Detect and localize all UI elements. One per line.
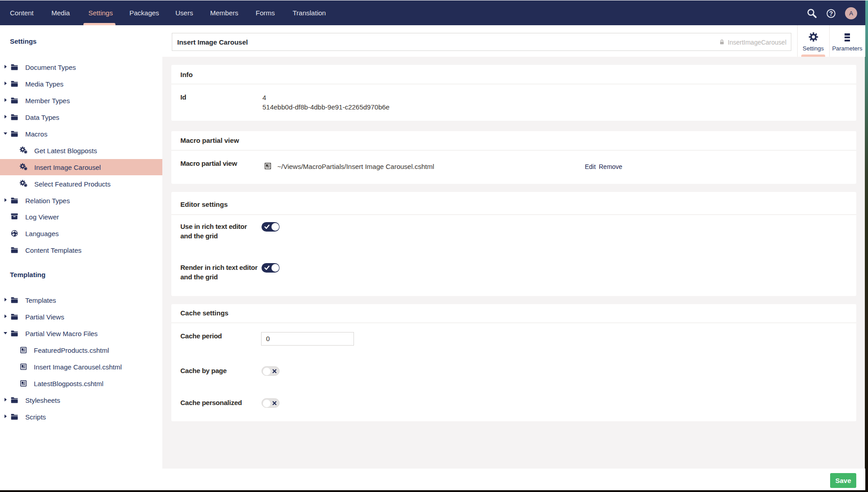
- svg-text:?: ?: [829, 9, 833, 17]
